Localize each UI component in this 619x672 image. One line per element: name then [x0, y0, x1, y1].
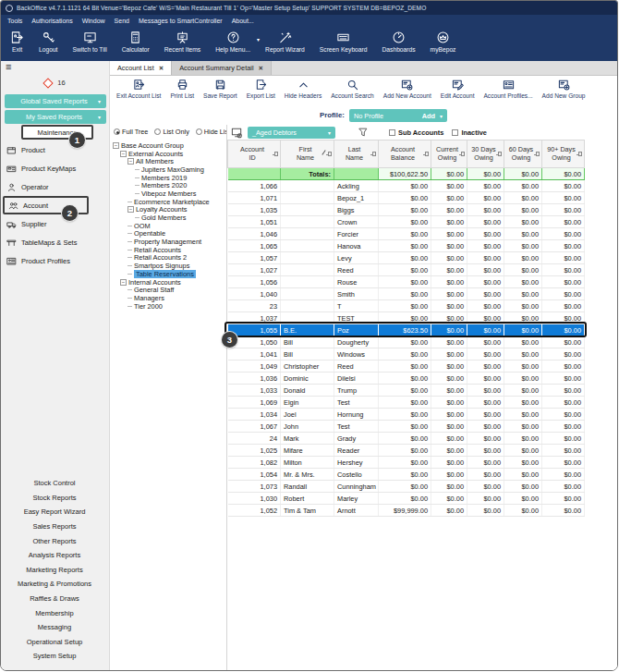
tree-item[interactable]: OOM — [113, 222, 226, 230]
grid-row[interactable]: 1,066Ackling$0.00$0.00$0.00$0.00$0.00 — [228, 180, 585, 192]
sidebar-item-stock-control[interactable]: Stock Control — [1, 476, 108, 491]
column-header-30-days-owing[interactable]: 30 DaysOwing — [467, 141, 504, 168]
pin-icon[interactable] — [425, 152, 429, 156]
grid-row[interactable]: 1,030RobertMarley$0.00$0.00$0.00$0.00$0.… — [228, 493, 585, 505]
report-wizard-button[interactable]: Report Wizard — [258, 30, 312, 54]
profile-combo[interactable]: No Profile Add ▾ — [349, 109, 447, 122]
tree-item[interactable]: Members 2019 — [113, 174, 226, 182]
tree-item-selected[interactable]: Table Reservations — [113, 270, 226, 278]
save-report-button[interactable]: Save Report — [199, 78, 242, 100]
sub-accounts-checkbox[interactable]: Sub Accounts — [389, 128, 443, 137]
grid-row[interactable]: 1,056Rouse$0.00$0.00$0.00$0.00$0.00 — [228, 276, 585, 288]
radio-list-only[interactable]: List Only — [154, 128, 188, 136]
radio-circle[interactable] — [196, 128, 202, 135]
grid-row[interactable]: 1,034JoelHornung$0.00$0.00$0.00$0.00$0.0… — [228, 409, 585, 421]
print-list-button[interactable]: Print List — [165, 78, 199, 100]
menu-item[interactable]: Authorisations — [31, 18, 72, 24]
sidebar-item-operator[interactable]: Operator — [3, 177, 107, 196]
tab-account-summary-detail[interactable]: Account Summary Detail✕ — [172, 61, 272, 75]
inactive-checkbox[interactable]: Inactive — [452, 128, 487, 137]
sidebar-item-analysis-reports[interactable]: Analysis Reports — [1, 548, 108, 563]
tree-item[interactable]: Gold Members — [113, 214, 226, 222]
grid-row[interactable]: 1,050BillDougherty$0.00$0.00$0.00$0.00$0… — [228, 336, 585, 348]
sidebar-item-product[interactable]: Product — [3, 141, 107, 159]
sidebar-item-marketing-promotions[interactable]: Marketing & Promotions — [1, 577, 108, 592]
tree-expander-icon[interactable]: − — [120, 151, 127, 157]
grid-row[interactable]: 1,040Smith$0.00$0.00$0.00$0.00$0.00 — [228, 288, 585, 300]
grid-row[interactable]: 1,069ElginTest$0.00$0.00$0.00$0.00$0.00 — [228, 397, 585, 409]
grid-row[interactable]: 23T$0.00$0.00$0.00$0.00$0.00 — [228, 300, 585, 312]
tree-item[interactable]: Members 2020 — [113, 181, 226, 189]
sidebar-item-supplier[interactable]: Supplier — [3, 214, 107, 233]
export-list-button[interactable]: Export List — [242, 78, 280, 100]
close-icon[interactable]: ✕ — [159, 65, 164, 72]
grid-row[interactable]: 1,025MifareReader$0.00$0.00$0.00$0.00$0.… — [228, 445, 585, 457]
tree-item[interactable]: Ecommerce Marketplace — [113, 198, 226, 206]
close-icon[interactable]: ✕ — [259, 65, 263, 72]
sidebar-item-easy-report-wizard[interactable]: Easy Report Wizard — [1, 505, 108, 519]
sidebar-item-product-keymaps[interactable]: Product KeyMaps — [3, 159, 107, 177]
grid-row[interactable]: 1,027Reed$0.00$0.00$0.00$0.00$0.00 — [228, 264, 585, 276]
hide-headers-button[interactable]: Hide Headers — [280, 78, 326, 100]
add-new-group-button[interactable]: Add New Group — [538, 78, 590, 100]
menu-item[interactable]: Send — [115, 18, 129, 24]
grid-row-selected[interactable]: 1,055B.E.Poz$623.50$0.00$0.00$0.00$0.00 — [228, 324, 585, 336]
switch-to-till-button[interactable]: Switch to Till — [65, 30, 114, 54]
sidebar-item-raffles-draws[interactable]: Raffles & Draws — [1, 592, 108, 606]
screen-keyboard-button[interactable]: Screen Keyboard — [312, 30, 375, 54]
tree-item[interactable]: −Base Account Group — [113, 141, 226, 150]
tree-item[interactable]: −Internal Accounts — [113, 278, 226, 287]
grid-row[interactable]: 1,054Mr. & Mrs.Costello$0.00$0.00$0.00$0… — [228, 469, 585, 481]
edit-account-button[interactable]: Edit Account — [436, 78, 479, 100]
grid-row[interactable]: 1,071Bepoz_1$0.00$0.00$0.00$0.00$0.00 — [228, 192, 585, 204]
grid-row[interactable]: 1,037TEST$0.00$0.00$0.00$0.00$0.00 — [228, 312, 585, 324]
radio-full-tree[interactable]: Full Tree — [114, 128, 148, 136]
column-header-last-name[interactable]: LastName — [334, 141, 379, 168]
exit-button[interactable]: Exit — [3, 30, 31, 54]
column-header-account-balance[interactable]: AccountBalance — [379, 141, 431, 168]
grid-row[interactable]: 1,067JohnTest$0.00$0.00$0.00$0.00$0.00 — [228, 421, 585, 433]
grid-row[interactable]: 1,049ChristopherReed$0.00$0.00$0.00$0.00… — [228, 360, 585, 373]
grid-row[interactable]: 1,057Levy$0.00$0.00$0.00$0.00$0.00 — [228, 252, 585, 264]
tree-item[interactable]: Property Management — [113, 238, 226, 246]
recent-items-button[interactable]: Recent Items — [157, 30, 208, 54]
sidebar-item-other-reports[interactable]: Other Reports — [1, 533, 108, 548]
tree-expander-icon[interactable]: − — [127, 158, 134, 165]
tree-item[interactable]: Retail Accounts 2 — [113, 254, 226, 263]
tree-item[interactable]: Managers — [113, 294, 226, 302]
grid-row[interactable]: 1,051Crown$0.00$0.00$0.00$0.00$0.00 — [228, 216, 585, 228]
column-header-60-days-owing[interactable]: 60 DaysOwing — [504, 141, 542, 168]
dashboards-button[interactable]: Dashboards — [375, 30, 423, 54]
radio-circle[interactable] — [154, 128, 161, 135]
tree-item[interactable]: Smartpos Signups — [113, 262, 226, 270]
checkbox-box[interactable] — [452, 129, 458, 136]
grid-row[interactable]: 1,082MiltonHershey$0.00$0.00$0.00$0.00$0… — [228, 457, 585, 469]
tree-item[interactable]: Vibepoz Members — [113, 189, 226, 198]
tab-account-list[interactable]: Account List✕ — [110, 61, 172, 75]
grid-row[interactable]: 1,033DonaldTrump$0.00$0.00$0.00$0.00$0.0… — [228, 385, 585, 397]
menu-item[interactable]: Messages to SmartController — [139, 18, 223, 24]
grid-row[interactable]: 1,052Tim & TamArnott$99,999.00$0.00$0.00… — [228, 505, 585, 517]
sidebar-item-operational-setup[interactable]: Operational Setup — [1, 635, 108, 650]
menu-item[interactable]: Window — [82, 18, 105, 24]
sidebar-item-sales-reports[interactable]: Sales Reports — [1, 519, 108, 534]
sidebar-item-messaging[interactable]: Messaging — [1, 620, 108, 635]
profile-add-button[interactable]: Add — [422, 112, 435, 120]
global-saved-reports-button[interactable]: Global Saved Reports ▾ — [5, 94, 106, 108]
pin-icon[interactable] — [274, 152, 278, 156]
tree-item[interactable]: General Staff — [113, 286, 226, 294]
pin-icon[interactable] — [328, 152, 332, 156]
tree-item[interactable]: Tier 2000 — [113, 302, 226, 311]
sidebar-item-marketing-reports[interactable]: Marketing Reports — [1, 563, 108, 578]
add-new-account-button[interactable]: Add New Account — [379, 78, 436, 100]
account-search-button[interactable]: Account Search — [326, 78, 379, 100]
grid-row[interactable]: 1,041BillWindows$0.00$0.00$0.00$0.00$0.0… — [228, 348, 585, 360]
pin-icon[interactable] — [498, 152, 502, 156]
menu-item[interactable]: About... — [232, 18, 254, 24]
help-menu-button[interactable]: ▾Help Menu... — [208, 30, 258, 54]
radio-circle[interactable] — [114, 128, 120, 135]
pin-icon[interactable] — [461, 152, 465, 156]
my-saved-reports-button[interactable]: My Saved Reports ▾ — [5, 110, 106, 124]
column-header-current-owing[interactable]: CurrentOwing — [431, 141, 467, 168]
grid-row[interactable]: 1,035Biggs$0.00$0.00$0.00$0.00$0.00 — [228, 204, 585, 216]
